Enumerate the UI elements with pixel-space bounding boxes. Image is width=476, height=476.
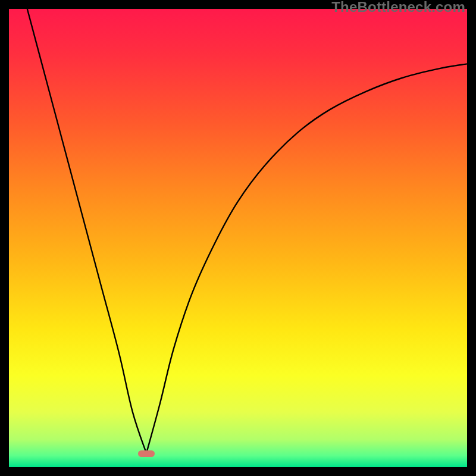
minimum-marker: [138, 450, 155, 457]
watermark-text: TheBottleneck.com: [331, 0, 465, 15]
gradient-background: [9, 9, 467, 467]
chart-canvas: [9, 9, 467, 467]
chart-frame: [9, 9, 467, 467]
